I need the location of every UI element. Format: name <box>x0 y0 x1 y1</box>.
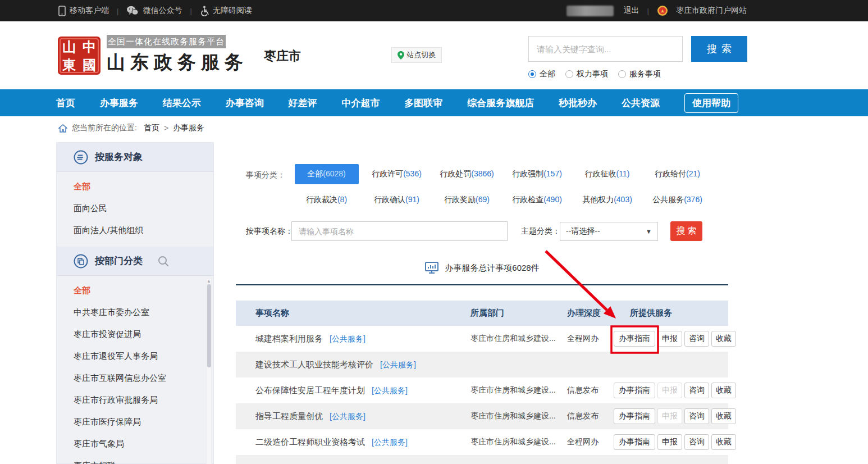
item-department: 枣庄市住房和城乡建设... <box>452 385 559 395</box>
sidebar-scrollbar[interactable]: ▲ <box>206 278 212 464</box>
category-tab-1[interactable]: 全部(6028) <box>295 164 359 184</box>
item-search-button[interactable]: 搜索 <box>670 221 702 241</box>
topbar-link-2[interactable]: 微信公众号 <box>126 6 182 16</box>
public-service-tag[interactable]: [公共服务] <box>330 334 366 343</box>
sidebar-item[interactable]: 枣庄市退役军人事务局 <box>57 345 213 367</box>
topbar-link-label: 无障碍阅读 <box>213 6 252 16</box>
service-button-guide[interactable]: 办事指南 <box>614 383 655 398</box>
category-tab-9[interactable]: 行政奖励(69) <box>435 190 499 210</box>
nav-item-7[interactable]: 多图联审 <box>404 97 442 110</box>
category-tab-7[interactable]: 行政裁决(8) <box>295 190 359 210</box>
keyword-search-button[interactable]: 搜索 <box>691 36 747 62</box>
service-button-favorite[interactable]: 收藏 <box>711 331 736 347</box>
service-button-apply[interactable]: 申报 <box>657 331 682 347</box>
stats-text: 办事服务总计事项6028件 <box>445 263 539 274</box>
table-row: 城建档案利用服务[公共服务]枣庄市住房和城乡建设...全程网办办事指南申报咨询收… <box>236 326 728 352</box>
item-depth: 信息发布 <box>559 411 612 421</box>
breadcrumb-current[interactable]: 办事服务 <box>173 123 204 133</box>
item-name-label: 按事项名称： <box>246 226 293 236</box>
category-tab-2[interactable]: 行政许可(536) <box>365 164 429 184</box>
scrollbar-thumb[interactable] <box>207 284 211 367</box>
site-switch-button[interactable]: 站点切换 <box>391 47 442 63</box>
category-tab-count: (91) <box>405 195 419 204</box>
nav-item-6[interactable]: 中介超市 <box>341 97 380 110</box>
nav-item-2[interactable]: 办事服务 <box>100 97 138 110</box>
scrollbar-up-arrow[interactable]: ▲ <box>207 279 211 284</box>
scope-radio-2[interactable]: 权力事项 <box>565 69 608 79</box>
sidebar-item[interactable]: 枣庄市投资促进局 <box>57 323 213 345</box>
category-tab-11[interactable]: 其他权力(403) <box>575 190 639 210</box>
site-logo[interactable]: 中 山 國 東 全国一体化在线政务服务平台 山东政务服务 <box>56 35 248 76</box>
sidebar-item[interactable]: 全部 <box>57 175 213 197</box>
public-service-tag[interactable]: [公共服务] <box>372 386 408 395</box>
category-tab-5[interactable]: 行政征收(11) <box>575 164 639 184</box>
topbar-link-3[interactable]: 无障碍阅读 <box>200 6 252 16</box>
nav-item-1[interactable]: 首页 <box>56 97 75 110</box>
category-tab-10[interactable]: 行政检查(490) <box>505 190 569 210</box>
sidebar-item[interactable]: 面向法人/其他组织 <box>57 219 213 241</box>
category-tab-name: 行政裁决 <box>306 195 337 204</box>
category-tab-count: (376) <box>684 195 702 204</box>
topic-category-label: 主题分类： <box>521 226 560 236</box>
sidebar-item[interactable]: 枣庄市医疗保障局 <box>57 411 213 433</box>
topbar-link-label: 微信公众号 <box>143 6 182 16</box>
category-tab-count: (6028) <box>323 169 345 178</box>
sidebar-item[interactable]: 面向公民 <box>57 197 213 219</box>
category-tab-name: 行政确认 <box>374 195 405 204</box>
scope-radio-1[interactable]: 全部 <box>528 69 555 79</box>
service-button-consult[interactable]: 咨询 <box>684 408 709 424</box>
service-button-favorite[interactable]: 收藏 <box>711 383 736 398</box>
category-tab-count: (21) <box>686 169 700 178</box>
category-tab-12[interactable]: 公共服务(376) <box>646 190 710 210</box>
logout-link[interactable]: 退出 <box>624 6 639 16</box>
service-button-guide[interactable]: 办事指南 <box>614 408 655 424</box>
category-tab-4[interactable]: 行政强制(157) <box>505 164 569 184</box>
nav-item-4[interactable]: 办事咨询 <box>226 97 264 110</box>
nav-item-3[interactable]: 结果公示 <box>163 97 201 110</box>
sidebar-item[interactable]: 枣庄市气象局 <box>57 433 213 454</box>
scope-radio-label: 权力事项 <box>577 69 608 79</box>
service-button-favorite[interactable]: 收藏 <box>711 408 736 424</box>
svg-text:國: 國 <box>83 57 96 72</box>
keyword-search-input[interactable] <box>528 36 683 62</box>
portal-link[interactable]: 枣庄市政府门户网站 <box>676 6 747 16</box>
radio-checked-icon[interactable] <box>528 70 536 78</box>
item-depth: 信息发布 <box>559 385 612 395</box>
sidebar-item[interactable]: 中共枣庄市委办公室 <box>57 301 213 323</box>
category-tab-8[interactable]: 行政确认(91) <box>365 190 429 210</box>
category-tab-6[interactable]: 行政给付(21) <box>646 164 710 184</box>
radio-unchecked-icon[interactable] <box>565 70 573 78</box>
help-button[interactable]: 使用帮助 <box>684 93 738 113</box>
category-tab-name: 行政奖励 <box>444 195 476 204</box>
category-tab-3[interactable]: 行政处罚(3866) <box>435 164 499 184</box>
breadcrumb-home[interactable]: 首页 <box>144 123 159 133</box>
scope-radio-3[interactable]: 服务事项 <box>618 69 661 79</box>
topbar-link-1[interactable]: 移动客户端 <box>58 6 109 16</box>
category-tab-count: (157) <box>543 169 562 178</box>
nav-item-8[interactable]: 综合服务旗舰店 <box>467 97 534 110</box>
public-service-tag[interactable]: [公共服务] <box>330 412 366 421</box>
service-button-guide[interactable]: 办事指南 <box>614 331 655 347</box>
public-service-tag[interactable]: [公共服务] <box>380 360 416 369</box>
sidebar-item[interactable]: 枣庄市妇联 <box>57 454 213 464</box>
service-button-guide[interactable]: 办事指南 <box>614 434 655 450</box>
sidebar-item[interactable]: 枣庄市行政审批服务局 <box>57 389 213 411</box>
service-button-consult[interactable]: 咨询 <box>684 331 709 347</box>
topic-category-select[interactable]: --请选择-- ▼ <box>560 222 658 241</box>
item-name-input[interactable] <box>291 221 508 241</box>
service-button-consult[interactable]: 咨询 <box>684 434 709 450</box>
item-name: 二级造价工程师职业资格考试 <box>255 437 365 447</box>
nav-item-9[interactable]: 秒批秒办 <box>559 97 597 110</box>
service-button-apply[interactable]: 申报 <box>657 434 682 450</box>
nav-item-10[interactable]: 公共资源 <box>622 97 660 110</box>
table-row: 公布保障性安居工程年度计划[公共服务]枣庄市住房和城乡建设...信息发布办事指南… <box>236 377 728 403</box>
sidebar-item[interactable]: 全部 <box>57 279 213 301</box>
service-button-consult[interactable]: 咨询 <box>684 383 709 398</box>
radio-unchecked-icon[interactable] <box>618 70 626 78</box>
sidebar-item[interactable]: 枣庄市互联网信息办公室 <box>57 367 213 389</box>
service-button-favorite[interactable]: 收藏 <box>711 434 736 450</box>
department-search-icon[interactable] <box>157 255 170 267</box>
nav-item-5[interactable]: 好差评 <box>289 97 317 110</box>
public-service-tag[interactable]: [公共服务] <box>372 438 408 447</box>
scope-radio-label: 全部 <box>540 69 555 79</box>
